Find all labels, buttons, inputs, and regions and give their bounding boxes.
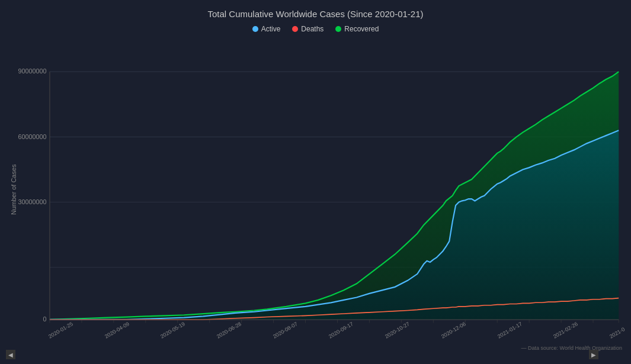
scroll-left-icon: ◀ — [8, 352, 13, 358]
scroll-left-button[interactable]: ◀ — [6, 350, 15, 359]
y-axis-label: Number of Cases — [6, 39, 18, 340]
svg-text:60000000: 60000000 — [18, 133, 47, 140]
chart-container: Total Cumulative Worldwide Cases (Since … — [0, 0, 631, 364]
scroll-right-button[interactable]: ▶ — [589, 350, 598, 359]
chart-title: Total Cumulative Worldwide Cases (Since … — [207, 9, 423, 19]
chart-with-axes: 90000000 60000000 30000000 0 — [18, 39, 625, 340]
active-dot — [252, 26, 258, 32]
deaths-label: Deaths — [301, 25, 323, 33]
deaths-dot — [292, 26, 298, 32]
chart-legend: Active Deaths Recovered — [252, 25, 379, 33]
x-axis-labels: 2020-01-25 2020-04-09 2020-05-19 2020-06… — [18, 334, 625, 340]
active-label: Active — [261, 25, 281, 33]
scroll-right-icon: ▶ — [591, 352, 596, 358]
recovered-dot — [335, 26, 341, 32]
chart-svg: 90000000 60000000 30000000 0 — [18, 39, 625, 333]
legend-deaths: Deaths — [292, 25, 323, 33]
footer-source: — Data source: World Health Organization — [521, 345, 622, 351]
legend-active: Active — [252, 25, 281, 33]
svg-text:90000000: 90000000 — [18, 67, 47, 75]
svg-text:30000000: 30000000 — [18, 198, 47, 205]
recovered-label: Recovered — [344, 25, 379, 33]
svg-text:0: 0 — [43, 315, 47, 323]
legend-recovered: Recovered — [335, 25, 379, 33]
chart-area: Number of Cases 90000000 60000000 — [6, 39, 625, 340]
svg-container: 90000000 60000000 30000000 0 — [18, 39, 625, 333]
